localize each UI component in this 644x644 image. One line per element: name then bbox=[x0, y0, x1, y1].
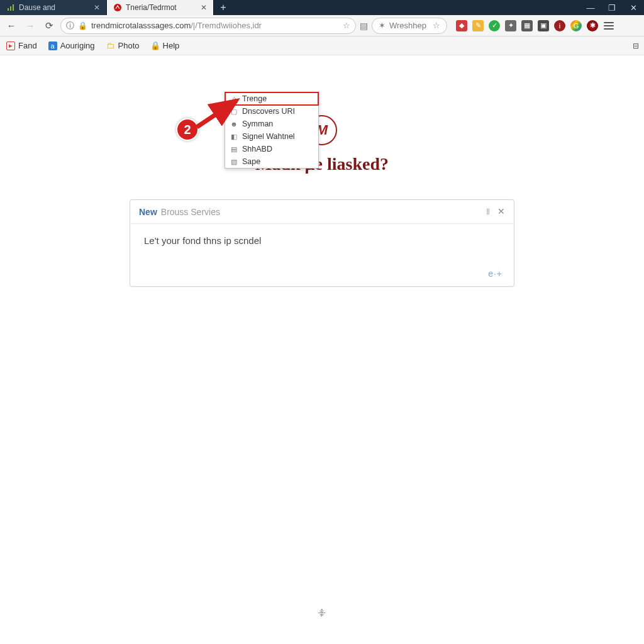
maximize-button[interactable]: ❐ bbox=[601, 0, 623, 15]
svg-rect-0 bbox=[8, 8, 9, 11]
extension-icon[interactable]: ▦ bbox=[521, 20, 533, 31]
extension-icon[interactable]: ✎ bbox=[472, 20, 484, 31]
tab-favicon bbox=[6, 3, 15, 12]
window-buttons: — ❐ ✕ bbox=[580, 0, 644, 15]
doc-icon: ▤ bbox=[230, 145, 238, 153]
address-bar[interactable]: ⓘ 🔒 trendmicrotalasssages.com/|/Tremd\wi… bbox=[60, 18, 356, 34]
extension-icon[interactable]: ▣ bbox=[538, 20, 549, 31]
bookmark-item[interactable]: 🗀 Photo bbox=[106, 41, 140, 50]
profile-avatar-icon[interactable]: ✱ bbox=[587, 20, 598, 31]
extension-icon[interactable]: ✓ bbox=[489, 20, 500, 31]
card-input-placeholder[interactable]: Le't your fond thns ip scndel bbox=[144, 235, 500, 246]
extension-icon[interactable]: G bbox=[570, 20, 582, 31]
bookmark-item[interactable]: 🔒 Help bbox=[151, 41, 180, 50]
autocomplete-item[interactable]: ▢ Dnscovers URI bbox=[225, 105, 318, 118]
browser-tab-1[interactable]: Tneria/Tedrmot ✕ bbox=[107, 0, 214, 15]
extension-icon[interactable]: ✦ bbox=[505, 20, 516, 31]
card-title-rest: Brouss Servies bbox=[161, 207, 220, 217]
autocomplete-label: Sape bbox=[242, 157, 260, 166]
bookmarks-overflow-icon[interactable]: ⊟ bbox=[633, 42, 639, 50]
card-close-icon[interactable]: ✕ bbox=[497, 206, 505, 217]
bookmark-label: Fand bbox=[18, 41, 37, 50]
autocomplete-label: Dnscovers URI bbox=[242, 107, 295, 116]
browser-menu-button[interactable] bbox=[602, 19, 616, 33]
tab-close-icon[interactable]: ✕ bbox=[94, 3, 100, 12]
reader-icon[interactable]: ▤ bbox=[360, 21, 368, 31]
new-tab-button[interactable]: + bbox=[214, 0, 233, 15]
card-settings-icon[interactable]: ⦀ bbox=[486, 206, 490, 217]
signal-icon: ◧ bbox=[230, 133, 238, 140]
bookmark-item[interactable]: ▸ Fand bbox=[6, 41, 37, 50]
card-footer-action[interactable]: e·+ bbox=[130, 266, 514, 286]
autocomplete-dropdown: ✧ Trenge ▢ Dnscovers URI ☻ Symman ◧ Sign… bbox=[225, 92, 319, 169]
lock-icon: 🔒 bbox=[151, 42, 160, 50]
page-headline: Madk µe liasked? bbox=[0, 154, 644, 174]
pin-icon: ✧ bbox=[230, 95, 238, 103]
page-icon: ▢ bbox=[230, 108, 238, 115]
search-engine-icon: ✶ bbox=[379, 21, 386, 30]
reload-button[interactable]: ⟳ bbox=[42, 18, 57, 33]
browser-tab-0[interactable]: Dause and ✕ bbox=[0, 0, 107, 15]
close-window-button[interactable]: ✕ bbox=[623, 0, 644, 15]
autocomplete-label: ShhABD bbox=[242, 145, 272, 153]
card-title-new: New bbox=[139, 207, 157, 217]
card-header: New Brouss Servies ⦀ ✕ bbox=[130, 200, 514, 224]
bookmark-icon: ▸ bbox=[6, 42, 15, 50]
site-info-icon[interactable]: ⓘ bbox=[66, 20, 74, 31]
window-titlebar: Dause and ✕ Tneria/Tedrmot ✕ + — ❐ ✕ bbox=[0, 0, 644, 15]
bookmarks-bar: ▸ Fand a Aouriging 🗀 Photo 🔒 Help ⊟ bbox=[0, 36, 644, 55]
svg-rect-1 bbox=[10, 6, 11, 11]
bookmark-label: Help bbox=[163, 41, 180, 50]
tab-label: Dause and bbox=[19, 3, 55, 12]
minimize-button[interactable]: — bbox=[580, 0, 601, 15]
autocomplete-label: Signel Wahtnel bbox=[242, 132, 295, 141]
person-icon: ☻ bbox=[230, 120, 238, 128]
page-content: ✧ Trenge ▢ Dnscovers URI ☻ Symman ◧ Sign… bbox=[0, 55, 644, 644]
lock-icon: 🔒 bbox=[78, 21, 87, 30]
browser-toolbar: ← → ⟳ ⓘ 🔒 trendmicrotalasssages.com/|/Tr… bbox=[0, 15, 644, 36]
bookmark-dropdown-icon[interactable]: ☆ bbox=[433, 21, 440, 30]
tab-close-icon[interactable]: ✕ bbox=[201, 3, 207, 12]
autocomplete-label: Symman bbox=[242, 119, 273, 128]
autocomplete-item[interactable]: ▤ ShhABD bbox=[225, 143, 318, 155]
folder-icon: 🗀 bbox=[106, 42, 115, 50]
autocomplete-item[interactable]: ◧ Signel Wahtnel bbox=[225, 130, 318, 143]
tab-favicon bbox=[113, 3, 122, 12]
url-text: trendmicrotalasssages.com/|/Tremd\wiiohe… bbox=[91, 21, 339, 30]
autocomplete-item[interactable]: ✧ Trenge bbox=[225, 92, 318, 105]
bookmark-item[interactable]: a Aouriging bbox=[48, 41, 95, 50]
autocomplete-item[interactable]: ☻ Symman bbox=[225, 118, 318, 130]
extension-icon[interactable]: ◆ bbox=[456, 20, 467, 31]
search-placeholder: Wreshhep bbox=[389, 21, 426, 30]
forward-button[interactable]: → bbox=[23, 18, 38, 33]
search-card: New Brouss Servies ⦀ ✕ Le't your fond th… bbox=[130, 199, 514, 287]
autocomplete-item[interactable]: ▧ Sape bbox=[225, 155, 318, 168]
back-button[interactable]: ← bbox=[4, 18, 19, 33]
bookmark-label: Aouriging bbox=[60, 41, 95, 50]
svg-rect-2 bbox=[13, 4, 14, 11]
page-footer-glyph: ⸎ bbox=[318, 608, 326, 618]
tag-icon: ▧ bbox=[230, 158, 238, 165]
bookmark-icon: a bbox=[48, 42, 57, 50]
search-box[interactable]: ✶ Wreshhep ☆ bbox=[372, 18, 447, 34]
autocomplete-label: Trenge bbox=[242, 94, 267, 103]
bookmark-label: Photo bbox=[118, 41, 140, 50]
extension-icons: ◆ ✎ ✓ ✦ ▦ ▣ i G ✱ bbox=[456, 20, 598, 31]
tab-label: Tneria/Tedrmot bbox=[126, 3, 177, 12]
extension-icon[interactable]: i bbox=[554, 20, 565, 31]
bookmark-star-icon[interactable]: ☆ bbox=[343, 21, 350, 30]
